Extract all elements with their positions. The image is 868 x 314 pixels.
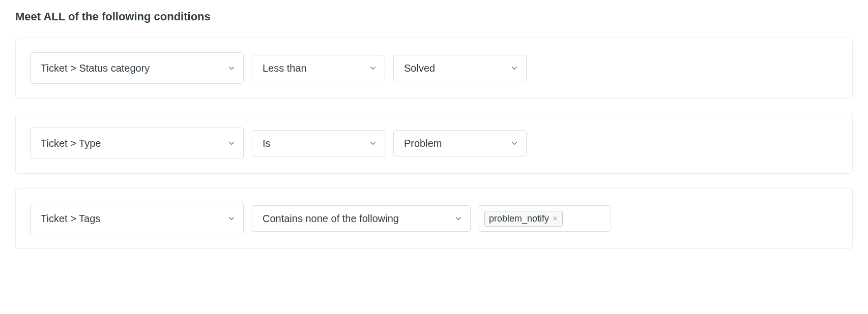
condition-row: Ticket > Status category Less than Solve… [15, 38, 853, 99]
condition-field-label: Ticket > Status category [41, 63, 150, 73]
chevron-down-icon [227, 139, 236, 148]
chevron-down-icon [227, 214, 236, 223]
condition-field-label: Ticket > Type [41, 138, 101, 148]
condition-value-select[interactable]: Solved [393, 55, 527, 81]
condition-field-select[interactable]: Ticket > Type [30, 128, 244, 159]
condition-operator-label: Less than [263, 63, 307, 73]
chevron-down-icon [510, 139, 519, 148]
chevron-down-icon [227, 64, 236, 73]
tag-pill: problem_notify [484, 211, 563, 227]
condition-operator-select[interactable]: Contains none of the following [252, 205, 471, 232]
condition-row: Ticket > Type Is Problem [15, 113, 853, 174]
condition-field-label: Ticket > Tags [41, 213, 100, 224]
condition-operator-select[interactable]: Is [252, 130, 385, 156]
condition-operator-label: Is [263, 138, 271, 148]
condition-value-label: Problem [404, 138, 442, 148]
remove-tag-button[interactable] [552, 215, 558, 222]
tag-label: problem_notify [489, 213, 549, 224]
condition-value-select[interactable]: Problem [393, 130, 527, 156]
condition-value-label: Solved [404, 63, 435, 73]
section-title: Meet ALL of the following conditions [15, 10, 853, 23]
chevron-down-icon [368, 64, 378, 73]
condition-operator-select[interactable]: Less than [252, 55, 385, 81]
condition-row: Ticket > Tags Contains none of the follo… [15, 188, 853, 249]
condition-field-select[interactable]: Ticket > Status category [30, 52, 244, 84]
condition-operator-label: Contains none of the following [263, 213, 399, 224]
condition-tags-input[interactable]: problem_notify [479, 205, 611, 232]
condition-field-select[interactable]: Ticket > Tags [30, 203, 244, 234]
chevron-down-icon [368, 139, 378, 148]
chevron-down-icon [510, 64, 519, 73]
chevron-down-icon [454, 214, 463, 223]
